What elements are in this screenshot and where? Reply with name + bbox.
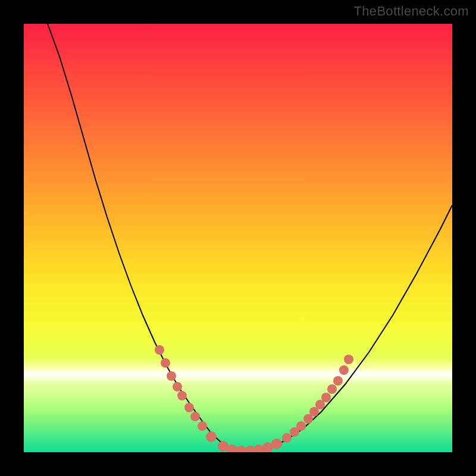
curve-marker [282,433,292,443]
watermark-text: TheBottleneck.com [354,4,469,19]
curve-marker [155,345,164,355]
curve-marker [184,403,194,412]
curve-marker [173,382,182,392]
curve-marker [167,371,176,381]
chart-frame: TheBottleneck.com [0,0,476,476]
curve-marker [339,365,349,375]
curve-marker [344,355,353,364]
chart-plot-area [24,24,452,452]
curve-marker [190,412,200,421]
curve-marker [296,421,306,431]
curve-marker-group [155,345,353,452]
curve-marker [206,431,217,442]
chart-svg [24,24,452,452]
curve-marker [271,439,282,449]
curve-marker [327,384,337,394]
curve-marker [198,421,207,431]
curve-marker [333,376,343,386]
curve-marker [321,393,331,402]
curve-marker [177,391,187,400]
bottleneck-curve-line [48,24,452,451]
curve-marker [161,358,170,368]
